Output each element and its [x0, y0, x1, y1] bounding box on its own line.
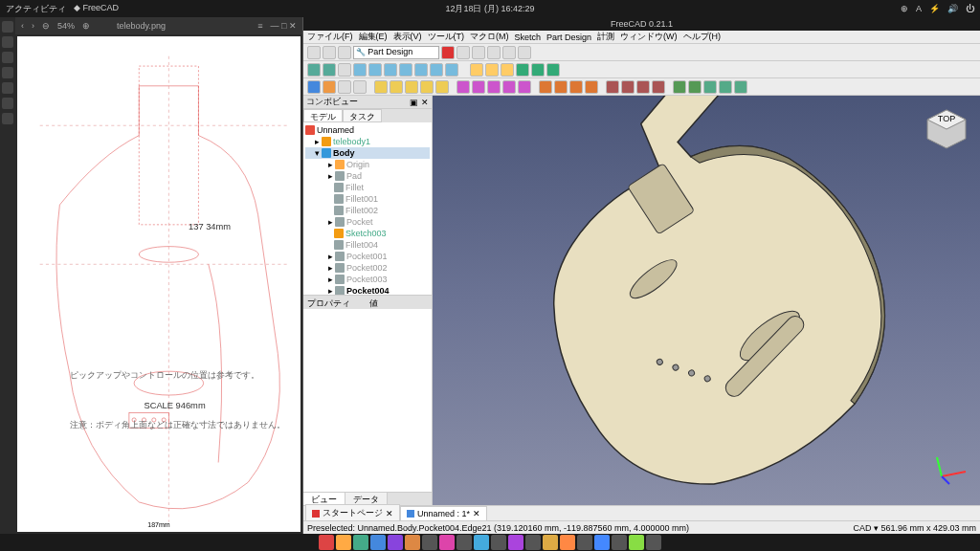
top-icon[interactable] — [384, 63, 397, 77]
app-menu[interactable]: ◆ FreeCAD — [74, 3, 119, 15]
chamfer-icon[interactable] — [554, 80, 568, 94]
shaft-icon[interactable] — [734, 80, 747, 94]
iso-icon[interactable] — [353, 63, 367, 77]
macro-stop-icon[interactable] — [457, 46, 470, 59]
bottom-icon[interactable] — [430, 63, 443, 77]
dock-app-6[interactable] — [405, 535, 420, 550]
menu-edit[interactable]: 編集(E) — [359, 31, 388, 43]
edit-sketch-icon[interactable] — [338, 80, 351, 94]
sidebar-ico-7[interactable] — [2, 113, 13, 124]
part-icon[interactable] — [485, 63, 499, 77]
fillet-icon[interactable] — [539, 80, 552, 94]
menu-help[interactable]: ヘルプ(H) — [683, 31, 722, 43]
dock-app-10[interactable] — [474, 535, 489, 550]
migrate-icon[interactable] — [688, 80, 702, 94]
zoom-in-icon[interactable]: ⊕ — [82, 21, 90, 31]
revolution-icon[interactable] — [390, 80, 403, 94]
redo-icon[interactable] — [502, 46, 516, 59]
3d-viewport[interactable]: TOP — [433, 96, 980, 505]
groove-icon[interactable] — [487, 80, 501, 94]
menu-tools[interactable]: ツール(T) — [428, 31, 465, 43]
new-icon[interactable] — [307, 46, 321, 59]
wifi-icon[interactable]: ⊕ — [901, 4, 908, 13]
window-controls[interactable]: — □ ✕ — [271, 21, 297, 31]
linear-pattern-icon[interactable] — [621, 80, 635, 94]
gear-icon[interactable] — [719, 80, 732, 94]
right-icon[interactable] — [399, 63, 412, 77]
sidebar-ico-3[interactable] — [2, 52, 13, 63]
helix-icon[interactable] — [435, 80, 449, 94]
sidebar-ico-1[interactable] — [2, 21, 13, 33]
menu-sketch[interactable]: Sketch — [515, 33, 542, 42]
dock-app-8[interactable] — [439, 535, 455, 550]
zoom-fit-icon[interactable] — [307, 63, 321, 77]
dock-app-17[interactable] — [594, 535, 610, 550]
loft-icon[interactable] — [405, 80, 418, 94]
tab-model[interactable]: モデル — [303, 109, 343, 122]
draw-style-icon[interactable] — [338, 63, 351, 77]
sprocket-icon[interactable] — [703, 80, 717, 94]
sidebar-ico-2[interactable] — [2, 36, 13, 48]
front-icon[interactable] — [368, 63, 382, 77]
save-icon[interactable] — [338, 46, 351, 59]
menu-partdesign[interactable]: Part Design — [546, 33, 591, 42]
measure-icon[interactable] — [470, 63, 483, 77]
polar-pattern-icon[interactable] — [636, 80, 650, 94]
menu-measure[interactable]: 計測 — [597, 31, 614, 43]
navigation-cube[interactable]: TOP — [923, 105, 970, 153]
dock-app-5[interactable] — [388, 535, 403, 550]
dock-app-15[interactable] — [560, 535, 575, 550]
left-icon[interactable] — [445, 63, 458, 77]
datetime-label[interactable]: 12月18日 (月) 16:42:29 — [445, 3, 534, 15]
link3-icon[interactable] — [546, 63, 560, 77]
workbench-select[interactable]: 🔧 Part Design — [353, 46, 439, 59]
menu-view[interactable]: 表示(V) — [393, 31, 422, 43]
group-icon[interactable] — [501, 63, 514, 77]
zoom-sel-icon[interactable] — [323, 63, 336, 77]
macro-record-icon[interactable] — [441, 46, 455, 59]
refresh-icon[interactable] — [518, 46, 531, 59]
macro-play-icon[interactable] — [472, 46, 485, 59]
dock-app-12[interactable] — [508, 535, 523, 550]
tab-task[interactable]: タスク — [343, 109, 382, 122]
link-icon[interactable] — [516, 63, 529, 77]
image-viewer-canvas[interactable]: 137 34mm SCALE 946mm ピックアップやコントロールの位置は参考… — [17, 36, 301, 532]
nav-fwd-icon[interactable]: › — [32, 21, 34, 31]
dock-app-4[interactable] — [370, 535, 386, 550]
model-tree[interactable]: Unnamed ▸telebody1 ▾Body ▸Origin ▸Pad Fi… — [303, 122, 432, 295]
rear-icon[interactable] — [414, 63, 428, 77]
menu-window[interactable]: ウィンドウ(W) — [620, 31, 678, 43]
link2-icon[interactable] — [531, 63, 545, 77]
sidebar-ico-4[interactable] — [2, 67, 13, 78]
open-icon[interactable] — [323, 46, 336, 59]
dock-app-1[interactable] — [319, 535, 334, 550]
sidebar-ico-6[interactable] — [2, 98, 13, 109]
nav-back-icon[interactable]: ‹ — [21, 21, 24, 31]
menu-file[interactable]: ファイル(F) — [307, 31, 353, 43]
volume-icon[interactable]: 🔊 — [947, 4, 958, 13]
dock-app-18[interactable] — [612, 535, 627, 550]
mirror-icon[interactable] — [606, 80, 619, 94]
body-icon[interactable] — [307, 80, 321, 94]
subloft-icon[interactable] — [502, 80, 516, 94]
dock-app-14[interactable] — [543, 535, 558, 550]
dock-app-13[interactable] — [525, 535, 541, 550]
menu-macro[interactable]: マクロ(M) — [470, 31, 509, 43]
multi-transform-icon[interactable] — [652, 80, 665, 94]
sketch-icon[interactable] — [323, 80, 336, 94]
activities-label[interactable]: アクティビティ — [6, 3, 66, 15]
dock-app-19[interactable] — [629, 535, 644, 550]
subsweep-icon[interactable] — [518, 80, 531, 94]
dock-app-9[interactable] — [457, 535, 472, 550]
boolean-icon[interactable] — [673, 80, 686, 94]
dock-app-7[interactable] — [422, 535, 437, 550]
doctab-unnamed[interactable]: Unnamed : 1*✕ — [400, 506, 487, 521]
pad-icon[interactable] — [374, 80, 388, 94]
draft-icon[interactable] — [569, 80, 583, 94]
sidebar-ico-5[interactable] — [2, 82, 13, 94]
dock-app-3[interactable] — [353, 535, 368, 550]
dock-app-2[interactable] — [336, 535, 351, 550]
network-icon[interactable]: ⚡ — [929, 4, 940, 13]
map-sketch-icon[interactable] — [353, 80, 367, 94]
zoom-out-icon[interactable]: ⊖ — [42, 21, 50, 31]
